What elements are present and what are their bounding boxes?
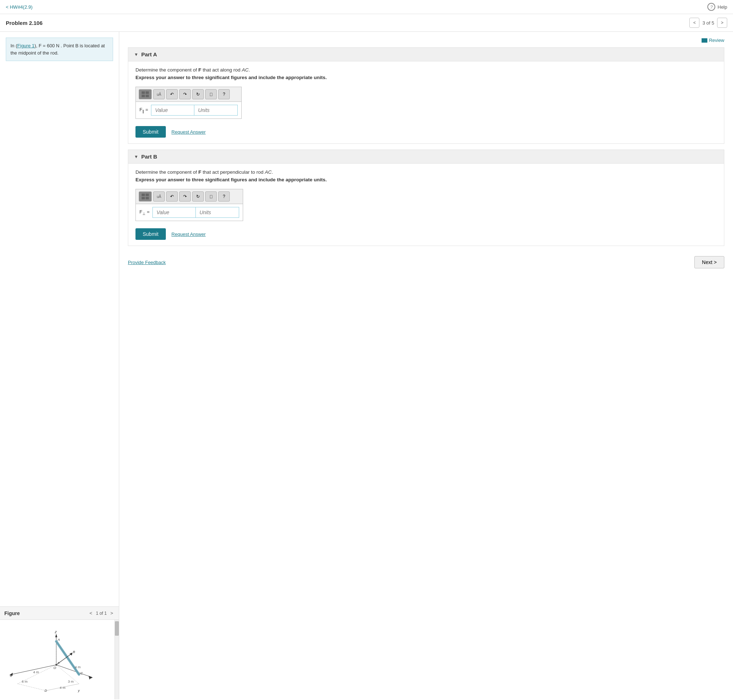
part-a-section: ▼ Part A Determine the component of F th… <box>128 47 724 144</box>
part-b-content: Determine the component of F that act pe… <box>128 164 724 246</box>
part-a-header: ▼ Part A <box>128 48 724 62</box>
svg-text:B: B <box>73 650 75 654</box>
svg-rect-37 <box>141 95 145 97</box>
part-b-request-answer[interactable]: Request Answer <box>172 231 206 237</box>
part-a-content: Determine the component of F that act al… <box>128 62 724 143</box>
help-btn-a[interactable]: ? <box>218 89 230 99</box>
part-a-instruction2: Express your answer to three significant… <box>135 75 717 80</box>
part-a-title: Part A <box>141 51 157 57</box>
svg-text:3 m: 3 m <box>68 679 74 683</box>
part-b-toolbar: uÂ ↶ ↷ ↻ ⎕ ? <box>136 189 243 204</box>
context-text-before: In ( <box>10 43 17 49</box>
matrix-btn-a[interactable] <box>139 89 152 99</box>
scrollbar-thumb <box>115 621 119 636</box>
review-button[interactable]: Review <box>702 38 724 43</box>
undo-btn-a[interactable]: ↶ <box>166 89 178 99</box>
part-a-units-input[interactable] <box>194 105 238 116</box>
keyboard-btn-a[interactable]: ⎕ <box>205 89 217 99</box>
context-box: In (Figure 1), F = 600 N . Point B is lo… <box>6 38 113 61</box>
part-b-header: ▼ Part B <box>128 150 724 164</box>
refresh-btn-a[interactable]: ↻ <box>192 89 204 99</box>
right-panel[interactable]: Review ▼ Part A Determine the component … <box>119 32 733 699</box>
feedback-link[interactable]: Provide Feedback <box>128 260 166 265</box>
main-layout: In (Figure 1), F = 600 N . Point B is lo… <box>0 32 733 699</box>
part-a-label: F‖ = <box>140 107 148 113</box>
redo-btn-b[interactable]: ↷ <box>179 191 191 201</box>
svg-rect-0 <box>4 624 104 699</box>
part-a-input-row: F‖ = <box>136 102 241 119</box>
part-b-instruction2: Express your answer to three significant… <box>135 177 717 182</box>
undo-btn-b[interactable]: ↶ <box>166 191 178 201</box>
next-nav-button[interactable]: > <box>717 18 727 28</box>
part-a-toolbar: uÂ ↶ ↷ ↻ ⎕ ? <box>136 87 241 102</box>
part-b-submit[interactable]: Submit <box>135 228 166 240</box>
svg-text:4 m: 4 m <box>60 685 65 690</box>
svg-text:4 m: 4 m <box>75 665 81 669</box>
part-a-actions: Submit Request Answer <box>135 126 717 138</box>
nav-count: 3 of 5 <box>702 20 714 26</box>
svg-rect-40 <box>146 194 149 196</box>
problem-header: Problem 2.106 < 3 of 5 > <box>0 14 733 32</box>
svg-rect-38 <box>146 95 149 97</box>
part-a-collapse[interactable]: ▼ <box>134 52 138 57</box>
svg-text:O: O <box>53 666 56 670</box>
part-b-label: F⊥ = <box>140 209 150 216</box>
help-icon: ? <box>707 3 715 11</box>
part-a-request-answer[interactable]: Request Answer <box>172 129 206 135</box>
svg-text:C: C <box>81 671 83 675</box>
next-button[interactable]: Next > <box>694 256 724 268</box>
part-b-input-row: F⊥ = <box>136 204 243 221</box>
part-b-title: Part B <box>141 153 157 160</box>
help-label: Help <box>717 4 727 10</box>
figure-svg: x y z <box>0 620 115 699</box>
top-bar: HW#4(2.9) ? Help <box>0 0 733 14</box>
problem-title: Problem 2.106 <box>6 20 43 26</box>
svg-rect-36 <box>146 91 149 94</box>
refresh-btn-b[interactable]: ↻ <box>192 191 204 201</box>
next-label: Next <box>702 259 712 265</box>
figure-next-button[interactable]: > <box>109 610 115 616</box>
svg-rect-35 <box>141 91 145 94</box>
review-link-container: Review <box>128 38 724 43</box>
nav-controls: < 3 of 5 > <box>689 18 727 28</box>
figure-page: 1 of 1 <box>96 611 107 616</box>
font-btn-a[interactable]: uÂ <box>153 89 165 99</box>
part-b-section: ▼ Part B Determine the component of F th… <box>128 150 724 246</box>
prev-button[interactable]: < <box>689 18 699 28</box>
hw-link[interactable]: HW#4(2.9) <box>6 4 32 10</box>
font-btn-b[interactable]: uÂ <box>153 191 165 201</box>
figure-nav: < 1 of 1 > <box>88 610 115 616</box>
part-b-collapse[interactable]: ▼ <box>134 154 138 159</box>
figure-section: Figure < 1 of 1 > x y <box>0 606 119 699</box>
figure-prev-button[interactable]: < <box>88 610 94 616</box>
keyboard-btn-b[interactable]: ⎕ <box>205 191 217 201</box>
figure-image-area: x y z <box>0 620 119 699</box>
svg-text:A: A <box>57 638 60 641</box>
part-a-value-input[interactable] <box>151 105 194 116</box>
svg-rect-39 <box>141 194 145 196</box>
part-b-instruction1: Determine the component of F that act pe… <box>135 169 717 175</box>
svg-rect-42 <box>146 197 149 199</box>
part-b-value-input[interactable] <box>152 207 196 218</box>
redo-btn-a[interactable]: ↷ <box>179 89 191 99</box>
part-a-input-container: uÂ ↶ ↷ ↻ ⎕ ? F‖ = <box>135 87 242 119</box>
svg-text:z: z <box>54 629 57 634</box>
svg-text:6 m: 6 m <box>22 679 28 683</box>
part-a-submit[interactable]: Submit <box>135 126 166 138</box>
part-b-units-input[interactable] <box>196 207 239 218</box>
review-label: Review <box>709 38 724 43</box>
next-chevron-icon: > <box>714 259 717 265</box>
left-panel: In (Figure 1), F = 600 N . Point B is lo… <box>0 32 119 699</box>
svg-rect-41 <box>141 197 145 199</box>
part-a-instruction1: Determine the component of F that act al… <box>135 67 717 73</box>
part-b-actions: Submit Request Answer <box>135 228 717 240</box>
review-icon <box>702 38 707 43</box>
figure-link[interactable]: Figure 1 <box>17 43 35 49</box>
figure-header: Figure < 1 of 1 > <box>0 607 119 620</box>
help-btn-b[interactable]: ? <box>218 191 230 201</box>
footer-row: Provide Feedback Next > <box>128 253 724 271</box>
matrix-btn-b[interactable] <box>139 191 152 201</box>
scrollbar[interactable] <box>115 620 119 699</box>
help-button[interactable]: ? Help <box>707 3 727 11</box>
part-b-input-container: uÂ ↶ ↷ ↻ ⎕ ? F⊥ = <box>135 189 243 221</box>
